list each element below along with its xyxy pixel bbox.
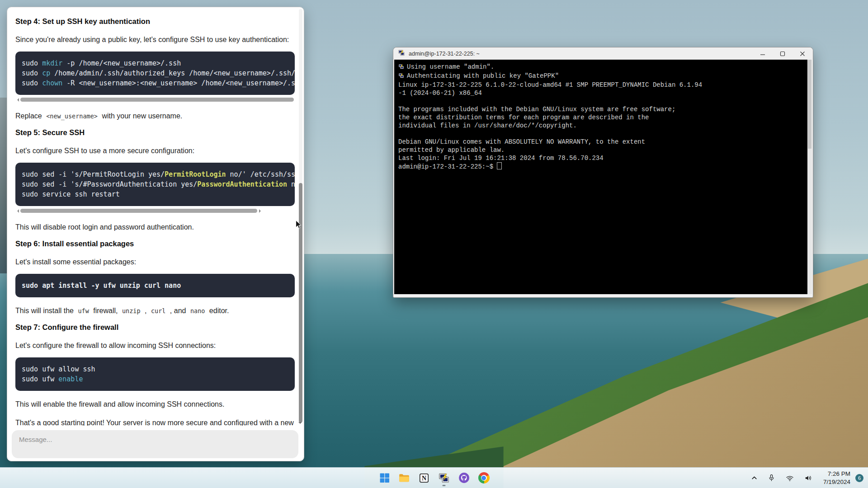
code-block: sudo sed -i 's/PermitRootLogin yes/Permi… — [15, 163, 295, 214]
chat-paragraph: Let's configure the firewall to allow in… — [15, 341, 295, 351]
terminal-line — [398, 130, 807, 138]
putty-icon — [438, 472, 450, 484]
svg-text:N: N — [422, 474, 426, 481]
chat-paragraph: Since you're already using a public key,… — [15, 35, 295, 45]
microphone-icon[interactable] — [765, 472, 778, 484]
terminal-scrollbar[interactable] — [807, 60, 812, 294]
inline-code: curl — [151, 307, 166, 314]
terminal-line: -1 (2024-06-21) x86_64 — [398, 89, 807, 97]
taskbar-notion-button[interactable]: N — [414, 469, 434, 487]
code-hscroll-thumb[interactable] — [20, 98, 294, 102]
chat-paragraph: Let's configure SSH to use a more secure… — [15, 146, 295, 156]
wifi-icon[interactable] — [783, 472, 796, 484]
putty-title: admin@ip-172-31-22-225: ~ — [409, 51, 760, 57]
running-indicator — [443, 485, 446, 486]
chat-heading: Step 5: Secure SSH — [15, 127, 295, 137]
terminal-line: Linux ip-172-31-22-225 6.1.0-22-cloud-am… — [398, 81, 807, 89]
notification-badge[interactable]: 6 — [855, 474, 863, 482]
taskbar-github-button[interactable] — [454, 469, 474, 487]
terminal-line: Debian GNU/Linux comes with ABSOLUTELY N… — [398, 138, 807, 146]
chat-paragraph: That's a good starting point! Your serve… — [15, 418, 295, 426]
terminal-line: permitted by applicable law. — [398, 146, 807, 154]
chat-paragraph: This will disable root login and passwor… — [15, 222, 295, 232]
terminal-line: The programs included with the Debian GN… — [398, 105, 807, 113]
chat-heading: Step 4: Set up SSH key authentication — [15, 16, 295, 26]
chat-vertical-scrollbar[interactable] — [299, 9, 302, 422]
close-button[interactable] — [799, 51, 806, 57]
tray-icons — [747, 470, 816, 486]
taskbar-putty-button[interactable] — [434, 469, 454, 487]
terminal-line: Using username "admin". — [398, 63, 807, 72]
terminal-line: Last login: Fri Jul 19 16:21:38 2024 fro… — [398, 154, 807, 162]
inline-code: unzip — [122, 307, 141, 314]
clock-date: 7/19/2024 — [823, 478, 850, 486]
inline-code: <new_username> — [46, 113, 98, 120]
taskbar-start-button[interactable] — [374, 469, 394, 487]
terminal-line: the exact distribution terms for each pr… — [398, 113, 807, 122]
terminal-line: individual files in /usr/share/doc/*/cop… — [398, 122, 807, 130]
desktop-wallpaper-cliff — [0, 98, 7, 273]
chrome-icon — [478, 472, 490, 483]
taskbar: N 7:26 PM 7/19/2024 6 — [0, 467, 868, 488]
terminal-line — [398, 97, 807, 105]
desktop: Step 4: Set up SSH key authenticationSin… — [0, 0, 868, 488]
terminal-output[interactable]: Using username "admin". Authenticating w… — [394, 60, 807, 294]
minimize-button[interactable] — [760, 51, 766, 57]
explorer-icon — [398, 472, 410, 484]
volume-icon[interactable] — [802, 472, 815, 484]
code-horizontal-scrollbar[interactable] — [15, 208, 294, 214]
taskbar-chrome-button[interactable] — [474, 469, 494, 487]
putty-titlebar[interactable]: admin@ip-172-31-22-225: ~ — [393, 47, 813, 60]
message-input[interactable]: Message... — [12, 430, 298, 458]
chat-window: Step 4: Set up SSH key authenticationSin… — [7, 7, 304, 461]
chat-paragraph: This will enable the firewall and allow … — [15, 399, 295, 409]
chat-paragraph: This will install the ufw firewall, unzi… — [15, 306, 295, 316]
taskbar-explorer-button[interactable] — [394, 469, 414, 487]
chat-scrollbar-thumb[interactable] — [299, 183, 302, 422]
clock-time: 7:26 PM — [823, 470, 850, 478]
taskbar-icons: N — [374, 468, 494, 488]
message-input-placeholder: Message... — [19, 436, 52, 443]
taskbar-clock[interactable]: 7:26 PM 7/19/2024 — [823, 470, 850, 486]
putty-icon — [398, 49, 405, 58]
chat-paragraph: Let's install some essential packages: — [15, 257, 295, 267]
putty-line-icon — [398, 64, 404, 72]
code-block: sudo mkdir -p /home/<new_username>/.sshs… — [15, 52, 295, 103]
terminal-cursor — [497, 162, 502, 169]
chat-heading: Step 6: Install essential packages — [15, 239, 295, 249]
chat-scrollbar-down-arrow[interactable] — [298, 422, 302, 426]
notion-icon: N — [419, 473, 429, 483]
chevron-up-icon[interactable] — [749, 473, 760, 483]
chat-paragraph: Replace <new_username> with your new use… — [15, 111, 295, 121]
github-icon — [458, 472, 470, 483]
chat-heading: Step 7: Configure the firewall — [15, 322, 295, 332]
start-icon — [379, 472, 390, 483]
system-tray: 7:26 PM 7/19/2024 6 — [747, 468, 863, 488]
code-block: sudo apt install -y ufw unzip curl nano — [15, 274, 295, 297]
putty-line-icon — [398, 73, 404, 81]
chat-message-area[interactable]: Step 4: Set up SSH key authenticationSin… — [7, 7, 297, 426]
terminal-line: Authenticating with public key "GatePPK" — [398, 72, 807, 81]
code-hscroll-thumb[interactable] — [20, 209, 257, 213]
inline-code: ufw — [78, 307, 89, 314]
code-block: sudo ufw allow sshsudo ufw enable — [15, 357, 295, 391]
maximize-button[interactable] — [779, 51, 786, 57]
code-horizontal-scrollbar[interactable] — [15, 97, 294, 103]
putty-window: admin@ip-172-31-22-225: ~ Using username… — [393, 47, 813, 298]
terminal-line: admin@ip-172-31-22-225:~$ — [398, 162, 807, 171]
terminal-scrollbar-thumb[interactable] — [808, 60, 811, 149]
inline-code: nano — [190, 307, 205, 314]
